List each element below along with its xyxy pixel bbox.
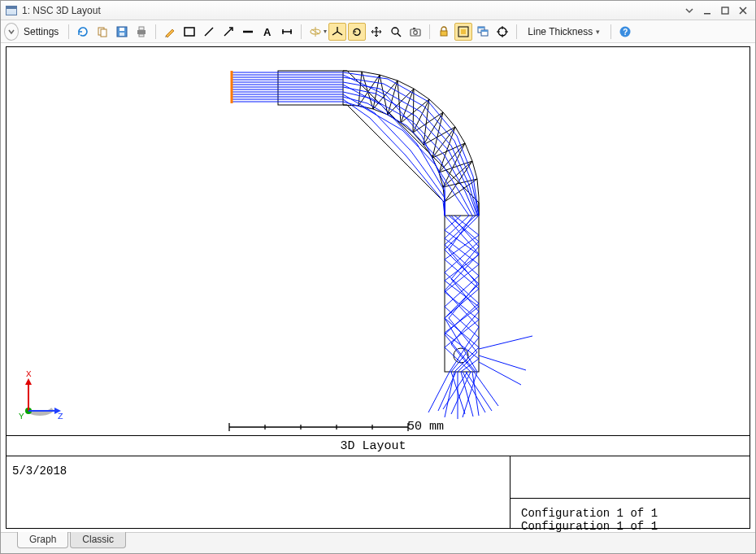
svg-line-58 [343, 71, 362, 72]
svg-line-25 [398, 33, 401, 37]
axis-y-label: Y [19, 412, 24, 421]
svg-rect-6 [119, 33, 124, 36]
arrow-button[interactable] [219, 23, 237, 41]
config-line-1: Configuration 1 of 1 [521, 507, 658, 520]
window-icon [6, 6, 17, 15]
svg-line-68 [477, 179, 479, 198]
toolbar: Settings A ▾ [1, 20, 755, 43]
tab-graph[interactable]: Graph [17, 532, 68, 548]
configuration-info: Configuration 1 of 1 Configuration 1 of … [521, 507, 658, 533]
svg-rect-0 [704, 13, 710, 15]
date-label: 5/3/2018 [12, 465, 67, 478]
svg-line-22 [332, 32, 337, 35]
axis-z-label: Z [58, 412, 63, 421]
config-line-2: Configuration 1 of 1 [521, 520, 658, 533]
tab-bar: Graph Classic [1, 532, 755, 554]
caret-down-icon: ▾ [596, 28, 600, 36]
print-button[interactable] [133, 23, 150, 41]
svg-line-11 [205, 28, 213, 36]
dropdown-button[interactable] [682, 4, 697, 17]
svg-line-59 [362, 72, 380, 75]
separator [68, 24, 69, 39]
svg-rect-29 [441, 31, 447, 36]
axis-triad-icon: X Y Z [17, 369, 66, 424]
svg-rect-55 [278, 71, 343, 105]
line-thickness-dropdown[interactable]: Line Thickness ▾ [522, 23, 606, 41]
svg-rect-7 [137, 30, 146, 34]
svg-text:?: ? [623, 28, 628, 37]
scale-label: 50 mm [407, 420, 444, 434]
help-button[interactable]: ? [616, 23, 634, 41]
svg-text:A: A [263, 26, 272, 38]
plot-title: 3D Layout [1, 439, 745, 453]
camera-button[interactable] [406, 23, 424, 41]
refresh-button[interactable] [74, 23, 92, 41]
svg-point-24 [392, 28, 398, 34]
svg-rect-34 [478, 27, 484, 28]
svg-line-12 [224, 28, 232, 36]
tab-classic[interactable]: Classic [70, 532, 126, 548]
svg-rect-31 [461, 29, 466, 34]
svg-rect-45 [7, 456, 511, 529]
close-button[interactable] [736, 4, 750, 17]
svg-rect-10 [185, 28, 194, 36]
svg-line-81 [358, 72, 362, 106]
svg-rect-46 [511, 456, 750, 499]
svg-rect-35 [481, 30, 488, 32]
svg-line-23 [337, 32, 342, 35]
titlebar: 1: NSC 3D Layout [1, 1, 755, 20]
svg-rect-28 [413, 28, 415, 29]
svg-rect-8 [139, 27, 144, 30]
copy-button[interactable] [93, 23, 111, 41]
line-thickness-label: Line Thickness [528, 26, 593, 37]
dimension-button[interactable] [278, 23, 296, 41]
svg-rect-3 [101, 29, 106, 37]
lock-button[interactable] [435, 23, 453, 41]
pencil-draw-button[interactable] [161, 23, 179, 41]
maximize-button[interactable] [718, 4, 732, 17]
rotate-button[interactable] [348, 23, 366, 41]
settings-button[interactable]: Settings [24, 26, 59, 37]
svg-line-134 [472, 372, 479, 416]
svg-line-92 [380, 75, 388, 115]
svg-line-64 [443, 112, 455, 127]
svg-line-61 [398, 81, 414, 89]
orbit-button[interactable] [306, 23, 324, 41]
svg-point-27 [414, 30, 418, 34]
svg-rect-43 [7, 47, 750, 436]
svg-rect-9 [139, 34, 144, 37]
expand-settings-button[interactable] [4, 23, 19, 41]
axis-triad-button[interactable] [328, 23, 346, 41]
svg-rect-1 [722, 7, 728, 14]
separator [610, 24, 611, 39]
save-button[interactable] [113, 23, 131, 41]
viewport[interactable]: X Y Z 50 mm 3D Layout 5/3/2018 Configura… [1, 43, 755, 532]
window-title: 1: NSC 3D Layout [22, 5, 101, 16]
separator [516, 24, 517, 39]
separator [301, 24, 302, 39]
horizontal-line-button[interactable] [239, 23, 257, 41]
target-button[interactable] [493, 23, 511, 41]
svg-rect-5 [119, 28, 124, 31]
zoom-button[interactable] [387, 23, 405, 41]
svg-line-137 [479, 362, 521, 385]
svg-line-136 [479, 356, 526, 370]
diagonal-line-button[interactable] [200, 23, 218, 41]
window-list-button[interactable] [474, 23, 492, 41]
pan-button[interactable] [367, 23, 385, 41]
orbit-caret-icon[interactable]: ▾ [324, 28, 327, 35]
svg-line-135 [479, 336, 532, 349]
separator [429, 24, 430, 39]
axis-x-label: X [26, 369, 32, 379]
rectangle-button[interactable] [180, 23, 198, 41]
svg-line-98 [443, 143, 465, 187]
layout-canvas [6, 46, 750, 529]
svg-marker-141 [25, 378, 32, 385]
fit-view-button[interactable] [454, 23, 472, 41]
svg-line-90 [445, 179, 477, 202]
text-annotation-button[interactable]: A [259, 23, 276, 41]
minimize-button[interactable] [700, 4, 715, 17]
separator [155, 24, 156, 39]
